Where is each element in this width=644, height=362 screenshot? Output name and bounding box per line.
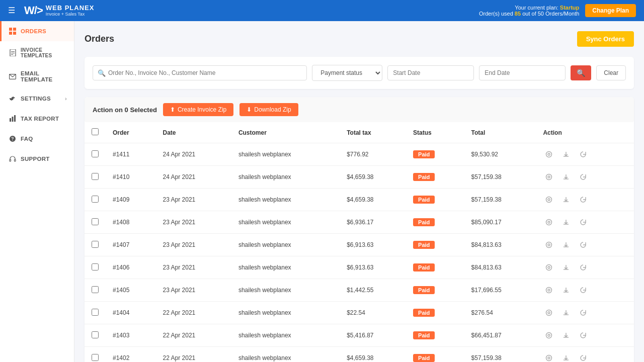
sidebar-item-settings[interactable]: SETTINGS › <box>0 88 74 109</box>
action-bar: Action on 0 Selected ⬆ Create Invoice Zi… <box>85 97 634 122</box>
sync-orders-button[interactable]: Sync Orders <box>577 31 634 47</box>
status-badge: Paid <box>413 331 435 339</box>
svg-rect-13 <box>15 159 16 161</box>
change-plan-button[interactable]: Change Plan <box>585 4 636 17</box>
refresh-icon[interactable] <box>577 284 589 296</box>
view-invoice-icon[interactable] <box>543 352 555 362</box>
download-invoice-icon[interactable] <box>560 148 572 160</box>
header-action: Action <box>536 122 634 143</box>
cell-total: $57,159.38 <box>464 347 536 363</box>
cell-total-tax: $776.92 <box>340 143 406 166</box>
row-checkbox-7[interactable] <box>92 309 99 316</box>
sidebar-item-tax-report[interactable]: TAX REPORT <box>0 109 74 129</box>
row-checkbox-4[interactable] <box>92 241 99 248</box>
logo-text: WEB PLANEX Invoice + Sales Tax <box>46 4 95 17</box>
row-checkbox-8[interactable] <box>92 331 99 338</box>
svg-rect-1 <box>13 28 16 31</box>
download-invoice-icon[interactable] <box>560 171 572 183</box>
row-checkbox-5[interactable] <box>92 263 99 270</box>
sidebar-item-orders[interactable]: ORDERS <box>0 21 74 41</box>
status-badge: Paid <box>413 241 435 249</box>
status-badge: Paid <box>413 196 435 204</box>
main-content: Orders Sync Orders 🔍 Payment status 🔍 Cl… <box>74 21 644 362</box>
filter-clear-button[interactable]: Clear <box>596 65 626 80</box>
status-badge: Paid <box>413 286 435 294</box>
cell-total-tax: $4,659.38 <box>340 347 406 363</box>
row-checkbox-0[interactable] <box>92 150 99 157</box>
sidebar-item-email-template[interactable]: EMAIL TEMPLATE <box>0 64 74 88</box>
table-row: #1403 22 Apr 2021 shailesh webplanex $5,… <box>85 324 634 347</box>
view-invoice-icon[interactable] <box>543 284 555 296</box>
svg-point-19 <box>548 199 550 201</box>
sidebar-item-support[interactable]: SUPPORT <box>0 149 74 169</box>
sidebar-item-faq[interactable]: FAQ <box>0 129 74 149</box>
download-zip-button[interactable]: ⬇ Download Zip <box>239 103 298 116</box>
svg-rect-0 <box>9 28 12 31</box>
download-invoice-icon[interactable] <box>560 216 572 228</box>
view-invoice-icon[interactable] <box>543 307 555 319</box>
cell-date: 22 Apr 2021 <box>156 302 231 324</box>
hamburger-icon[interactable]: ☰ <box>8 6 15 15</box>
refresh-icon[interactable] <box>577 216 589 228</box>
cell-order: #1408 <box>106 211 156 234</box>
cell-action <box>536 189 634 211</box>
payment-status-select[interactable]: Payment status <box>312 65 382 81</box>
cell-status: Paid <box>406 324 464 347</box>
view-invoice-icon[interactable] <box>543 148 555 160</box>
select-all-checkbox[interactable] <box>92 128 99 135</box>
filter-search-button[interactable]: 🔍 <box>571 65 591 80</box>
search-input[interactable] <box>93 65 307 80</box>
row-checkbox-1[interactable] <box>92 173 99 180</box>
sidebar-faq-label: FAQ <box>21 136 33 142</box>
cell-total-tax: $5,416.87 <box>340 324 406 347</box>
download-invoice-icon[interactable] <box>560 329 572 341</box>
view-invoice-icon[interactable] <box>543 261 555 274</box>
refresh-icon[interactable] <box>577 261 589 274</box>
row-checkbox-2[interactable] <box>92 196 99 203</box>
refresh-icon[interactable] <box>577 307 589 319</box>
download-invoice-icon[interactable] <box>560 284 572 296</box>
refresh-icon[interactable] <box>577 239 589 251</box>
cell-action <box>536 166 634 189</box>
action-bar-text: Action on 0 Selected <box>93 106 157 114</box>
refresh-icon[interactable] <box>577 148 589 160</box>
download-invoice-icon[interactable] <box>560 261 572 274</box>
view-invoice-icon[interactable] <box>543 329 555 341</box>
svg-point-29 <box>548 312 550 314</box>
view-invoice-icon[interactable] <box>543 216 555 228</box>
svg-rect-10 <box>12 117 14 122</box>
refresh-icon[interactable] <box>577 352 589 362</box>
cell-customer: shailesh webplanex <box>231 302 340 324</box>
svg-point-24 <box>546 265 552 270</box>
download-invoice-icon[interactable] <box>560 307 572 319</box>
row-checkbox-6[interactable] <box>92 286 99 293</box>
view-invoice-icon[interactable] <box>543 194 555 206</box>
header-customer: Customer <box>231 122 340 143</box>
view-invoice-icon[interactable] <box>543 239 555 251</box>
refresh-icon[interactable] <box>577 194 589 206</box>
chart-icon <box>9 115 17 123</box>
view-invoice-icon[interactable] <box>543 171 555 183</box>
row-checkbox-3[interactable] <box>92 218 99 225</box>
svg-point-32 <box>546 355 552 361</box>
end-date-input[interactable] <box>479 65 566 80</box>
svg-rect-2 <box>9 32 12 35</box>
table-row: #1405 23 Apr 2021 shailesh webplanex $1,… <box>85 279 634 302</box>
status-badge: Paid <box>413 173 435 181</box>
create-invoice-zip-button[interactable]: ⬆ Create Invoice Zip <box>163 103 233 116</box>
refresh-icon[interactable] <box>577 329 589 341</box>
page-header: Orders Sync Orders <box>85 31 634 47</box>
download-invoice-icon[interactable] <box>560 352 572 362</box>
search-icon: 🔍 <box>98 69 106 77</box>
cell-customer: shailesh webplanex <box>231 347 340 363</box>
start-date-input[interactable] <box>387 65 474 80</box>
download-invoice-icon[interactable] <box>560 239 572 251</box>
cell-customer: shailesh webplanex <box>231 211 340 234</box>
status-badge: Paid <box>413 218 435 226</box>
refresh-icon[interactable] <box>577 171 589 183</box>
table-row: #1402 22 Apr 2021 shailesh webplanex $4,… <box>85 347 634 363</box>
sidebar-item-invoice-templates[interactable]: INVOICE TEMPLATES <box>0 41 74 64</box>
table-row: #1406 23 Apr 2021 shailesh webplanex $6,… <box>85 256 634 279</box>
download-invoice-icon[interactable] <box>560 194 572 206</box>
row-checkbox-9[interactable] <box>92 354 99 361</box>
